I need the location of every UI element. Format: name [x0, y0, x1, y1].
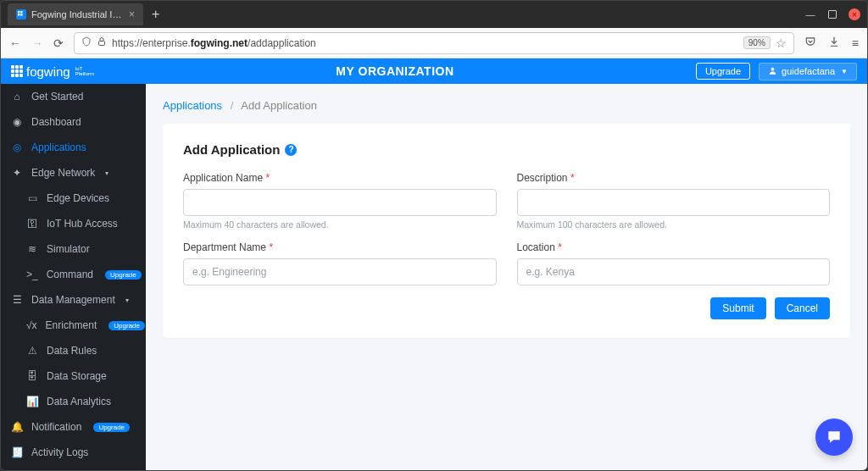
- analytics-icon: 📊: [26, 396, 38, 407]
- svg-rect-3: [20, 14, 22, 15]
- chevron-down-icon: ▾: [105, 169, 108, 177]
- nav-back-icon[interactable]: ←: [9, 36, 21, 50]
- sidebar-item-health[interactable]: ❤ Health: [1, 465, 146, 471]
- logo[interactable]: fogwing IoTPlatform: [11, 64, 94, 79]
- app-name-input[interactable]: [183, 189, 497, 216]
- user-name: guidefactana: [782, 66, 835, 76]
- card-title: Add Application ?: [183, 142, 830, 157]
- url-field[interactable]: https://enterprise.fogwing.net/addapplic…: [74, 32, 794, 54]
- sidebar: ⌂ Get Started ◉ Dashboard ◎ Applications…: [1, 84, 146, 471]
- cancel-button[interactable]: Cancel: [775, 297, 830, 319]
- simulator-icon: ≋: [26, 243, 38, 255]
- label-department: Department Name *: [183, 241, 497, 253]
- new-tab-button[interactable]: +: [152, 7, 159, 22]
- shield-icon: [81, 36, 92, 49]
- device-icon: ▭: [26, 192, 38, 204]
- sidebar-item-applications[interactable]: ◎ Applications: [1, 135, 146, 160]
- sidebar-item-enrichment[interactable]: √x Enrichment Upgrade: [1, 313, 146, 338]
- logo-text: fogwing: [26, 64, 70, 79]
- sidebar-item-notification[interactable]: 🔔 Notification Upgrade: [1, 414, 146, 440]
- user-icon: [768, 66, 777, 77]
- main-content: Applications / Add Application Add Appli…: [146, 84, 867, 471]
- tab-close-icon[interactable]: ×: [129, 8, 135, 20]
- home-icon: ⌂: [11, 91, 23, 103]
- app-header: fogwing IoTPlatform MY ORGANIZATION Upgr…: [1, 58, 867, 84]
- svg-rect-0: [18, 11, 19, 13]
- database-icon: ☰: [11, 294, 23, 306]
- svg-rect-1: [20, 11, 22, 13]
- url-text: https://enterprise.fogwing.net/addapplic…: [112, 37, 738, 49]
- nav-forward-icon[interactable]: →: [31, 36, 43, 50]
- sidebar-item-command[interactable]: >_ Command Upgrade: [1, 262, 146, 287]
- sidebar-item-activity-logs[interactable]: 🧾 Activity Logs: [1, 440, 146, 465]
- bookmark-star-icon[interactable]: ☆: [776, 36, 787, 50]
- hint-description: Maximum 100 characters are allowed.: [517, 219, 831, 230]
- label-app-name: Application Name *: [183, 172, 497, 184]
- window-titlebar: Fogwing Industrial IoT Pl × + — ×: [1, 1, 867, 28]
- description-input[interactable]: [517, 189, 831, 216]
- location-input[interactable]: [517, 258, 831, 285]
- sidebar-item-get-started[interactable]: ⌂ Get Started: [1, 84, 146, 109]
- sidebar-item-edge-devices[interactable]: ▭ Edge Devices: [1, 186, 146, 211]
- window-maximize-icon[interactable]: [828, 10, 837, 19]
- sidebar-item-data-rules[interactable]: ⚠ Data Rules: [1, 338, 146, 363]
- department-input[interactable]: [183, 258, 497, 285]
- window-minimize-icon[interactable]: —: [804, 8, 816, 20]
- bell-icon: 🔔: [11, 421, 23, 433]
- upgrade-badge: Upgrade: [105, 270, 142, 280]
- tab-title: Fogwing Industrial IoT Pl: [31, 9, 124, 19]
- rules-icon: ⚠: [26, 345, 38, 357]
- svg-point-5: [771, 67, 775, 70]
- sidebar-item-edge-network[interactable]: ✦ Edge Network ▾: [1, 160, 146, 186]
- breadcrumb-applications[interactable]: Applications: [163, 99, 222, 112]
- dashboard-icon: ◉: [11, 116, 23, 128]
- pocket-icon[interactable]: [804, 36, 816, 50]
- submit-button[interactable]: Submit: [710, 297, 765, 319]
- user-menu[interactable]: guidefactana ▼: [759, 63, 857, 80]
- sidebar-item-dashboard[interactable]: ◉ Dashboard: [1, 109, 146, 135]
- apps-icon: ◎: [11, 141, 23, 153]
- svg-rect-2: [18, 14, 19, 15]
- enrichment-icon: √x: [26, 319, 37, 331]
- logs-icon: 🧾: [11, 446, 23, 458]
- browser-tab[interactable]: Fogwing Industrial IoT Pl ×: [8, 3, 143, 25]
- svg-rect-4: [99, 42, 105, 46]
- sidebar-item-data-storage[interactable]: 🗄 Data Storage: [1, 363, 146, 389]
- breadcrumb-current: Add Application: [241, 99, 317, 112]
- chevron-down-icon: ▼: [841, 68, 848, 75]
- form-card: Add Application ? Application Name * Max…: [163, 124, 850, 338]
- breadcrumb-separator: /: [231, 99, 234, 112]
- lock-icon: [97, 36, 107, 49]
- downloads-icon[interactable]: [828, 36, 840, 50]
- chat-fab[interactable]: [815, 418, 853, 456]
- upgrade-badge: Upgrade: [108, 321, 145, 330]
- hint-app-name: Maximum 40 characters are allowed.: [183, 219, 497, 230]
- label-description: Description *: [517, 172, 831, 184]
- window-close-icon[interactable]: ×: [849, 8, 860, 20]
- nav-reload-icon[interactable]: ⟳: [53, 36, 64, 50]
- breadcrumb: Applications / Add Application: [163, 99, 850, 112]
- sidebar-item-iot-hub[interactable]: ⚿ IoT Hub Access: [1, 211, 146, 236]
- label-location: Location *: [517, 241, 831, 253]
- help-icon[interactable]: ?: [285, 144, 297, 156]
- tab-favicon: [16, 9, 26, 19]
- window-controls: — ×: [804, 8, 860, 20]
- sidebar-item-data-management[interactable]: ☰ Data Management ▾: [1, 287, 146, 313]
- sidebar-item-simulator[interactable]: ≋ Simulator: [1, 236, 146, 262]
- sidebar-item-data-analytics[interactable]: 📊 Data Analytics: [1, 389, 146, 414]
- upgrade-button[interactable]: Upgrade: [696, 63, 750, 80]
- url-toolbar: ← → ⟳ https://enterprise.fogwing.net/add…: [1, 28, 867, 58]
- page-title: MY ORGANIZATION: [94, 64, 696, 78]
- storage-icon: 🗄: [26, 370, 38, 382]
- key-icon: ⚿: [26, 218, 38, 230]
- zoom-badge[interactable]: 90%: [743, 36, 771, 49]
- logo-icon: [11, 65, 23, 77]
- terminal-icon: >_: [26, 269, 38, 280]
- menu-icon[interactable]: ≡: [852, 36, 859, 50]
- logo-subtitle: IoTPlatform: [75, 66, 94, 76]
- chevron-down-icon: ▾: [125, 296, 129, 304]
- network-icon: ✦: [11, 167, 23, 179]
- upgrade-badge: Upgrade: [93, 423, 130, 432]
